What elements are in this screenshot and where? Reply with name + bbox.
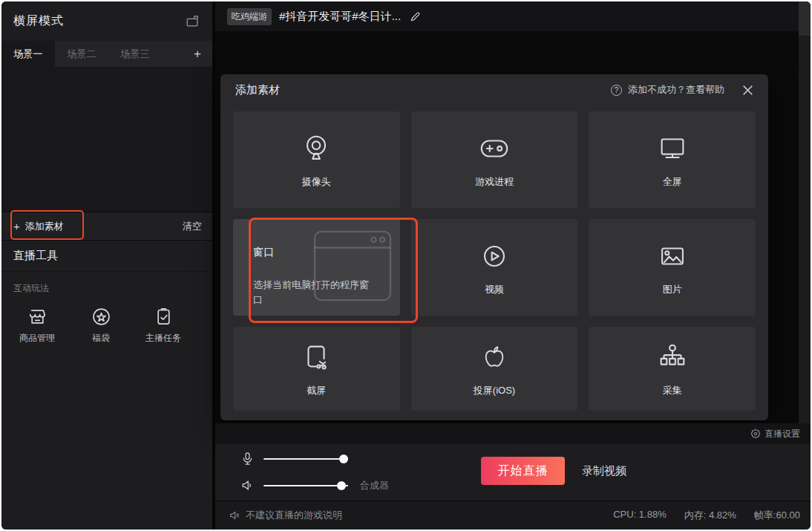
tool-label: 主播任务 xyxy=(145,332,181,345)
add-material-modal: 添加素材 ? 添加不成功？查看帮助 xyxy=(220,74,768,420)
control-bar: 合成器 开始直播 录制视频 xyxy=(215,444,811,501)
live-settings-label[interactable]: 直播设置 xyxy=(764,428,800,440)
game-category-badge[interactable]: 吃鸡端游 xyxy=(227,8,272,25)
help-icon: ? xyxy=(611,85,622,96)
apple-icon xyxy=(477,340,511,374)
scene-content-panel xyxy=(1,67,212,212)
add-material-label: 添加素材 xyxy=(25,220,64,233)
tile-label: 截屏 xyxy=(307,384,326,397)
gamepad-icon xyxy=(477,131,511,166)
tile-fullscreen[interactable]: 全屏 xyxy=(589,111,756,208)
anchor-task-icon xyxy=(154,307,174,327)
help-link[interactable]: 添加不成功？查看帮助 xyxy=(628,83,724,97)
speaker-volume-slider[interactable] xyxy=(263,485,348,486)
layout-mode-title: 横屏模式 xyxy=(13,13,64,29)
topbar: 吃鸡端游 #抖音开发哥哥#冬日计... xyxy=(215,1,811,31)
tile-label: 图片 xyxy=(663,283,682,296)
fullscreen-monitor-icon xyxy=(655,131,690,166)
speaker-icon[interactable] xyxy=(240,478,255,492)
window-tile-title: 窗口 xyxy=(253,246,274,259)
screenshot-icon xyxy=(299,340,333,374)
picture-icon xyxy=(655,239,690,273)
tool-row: 商品管理 福袋 主播任 xyxy=(1,295,212,345)
close-icon[interactable] xyxy=(742,85,753,96)
tile-picture[interactable]: 图片 xyxy=(589,219,756,316)
live-tools-title: 直播工具 xyxy=(1,241,212,272)
tab-scene-2[interactable]: 场景二 xyxy=(55,41,108,67)
add-scene-button[interactable]: + xyxy=(183,41,212,67)
tab-scene-3[interactable]: 场景三 xyxy=(108,41,162,67)
clear-button[interactable]: 清空 xyxy=(183,220,202,233)
interactive-play-label: 互动玩法 xyxy=(13,282,212,295)
scene-tabs: 场景一 场景二 场景三 + xyxy=(1,41,212,67)
memory-stat: 内存: 4.82% xyxy=(684,509,736,522)
tile-camera[interactable]: 摄像头 xyxy=(233,111,400,208)
tool-label: 商品管理 xyxy=(19,332,55,345)
tile-ios-mirror[interactable]: 投屏(iOS) xyxy=(411,327,578,411)
room-title: #抖音开发哥哥#冬日计... xyxy=(279,10,401,24)
tile-label: 投屏(iOS) xyxy=(474,384,515,397)
material-tile-grid: 摄像头 游戏进程 xyxy=(233,111,756,411)
tile-game-process[interactable]: 游戏进程 xyxy=(411,111,578,208)
performance-stats: CPU: 1.88% 内存: 4.82% 帧率:60.00 xyxy=(613,509,800,522)
live-studio-app: 横屏模式 场景一 场景二 场景三 + + 添加素材 清空 直播工具 互动玩法 xyxy=(1,1,811,530)
video-play-icon xyxy=(477,239,511,273)
tile-label: 视频 xyxy=(485,283,504,296)
camera-icon xyxy=(299,131,333,166)
add-material-button[interactable]: + 添加素材 xyxy=(13,220,64,233)
tile-label: 游戏进程 xyxy=(475,175,514,189)
tile-window[interactable]: 窗口 选择当前电脑打开的程序窗口 xyxy=(233,219,400,316)
tile-video[interactable]: 视频 xyxy=(411,219,578,316)
cpu-stat: CPU: 1.88% xyxy=(613,509,667,522)
speaker-slider-thumb[interactable] xyxy=(337,481,346,490)
window-icon xyxy=(312,229,393,302)
tile-label: 采集 xyxy=(663,384,682,397)
live-settings-row: 直播设置 xyxy=(215,423,811,444)
modal-title: 添加素材 xyxy=(235,83,280,97)
right-gutter xyxy=(799,36,811,423)
add-material-row: + 添加素材 清空 xyxy=(1,212,212,241)
main-area: 吃鸡端游 #抖音开发哥哥#冬日计... 添加素材 ? 添加不成功？查看帮助 xyxy=(215,1,811,530)
status-bar: 不建议直播的游戏说明 CPU: 1.88% 内存: 4.82% 帧率:60.00 xyxy=(215,501,811,530)
horn-icon xyxy=(229,509,240,521)
start-live-button[interactable]: 开始直播 xyxy=(481,457,565,485)
tile-capture[interactable]: 采集 xyxy=(589,327,756,411)
game-notice[interactable]: 不建议直播的游戏说明 xyxy=(229,509,342,522)
modal-header: 添加素材 ? 添加不成功？查看帮助 xyxy=(220,74,768,105)
sidebar: 横屏模式 场景一 场景二 场景三 + + 添加素材 清空 直播工具 互动玩法 xyxy=(1,1,212,530)
mixer-label: 合成器 xyxy=(360,479,389,492)
right-gutter-top xyxy=(799,1,811,36)
lucky-bag-icon xyxy=(91,307,111,327)
microphone-icon[interactable] xyxy=(240,452,255,466)
sidebar-header: 横屏模式 xyxy=(1,1,212,41)
edit-title-icon[interactable] xyxy=(410,11,421,22)
plus-icon: + xyxy=(13,221,20,232)
tab-scene-1[interactable]: 场景一 xyxy=(1,41,55,67)
tool-item-lucky-bag[interactable]: 福袋 xyxy=(79,307,123,345)
tool-item-goods-management[interactable]: 商品管理 xyxy=(13,307,61,345)
modal-help[interactable]: ? 添加不成功？查看帮助 xyxy=(611,83,753,97)
mic-volume-slider[interactable] xyxy=(263,458,348,460)
record-video-button[interactable]: 录制视频 xyxy=(582,464,626,478)
tile-label: 全屏 xyxy=(663,175,682,189)
capture-tree-icon xyxy=(655,340,690,374)
tile-label: 摄像头 xyxy=(302,175,331,189)
rotate-screen-icon[interactable] xyxy=(186,14,200,29)
gear-icon[interactable] xyxy=(750,429,761,439)
tool-item-anchor-task[interactable]: 主播任务 xyxy=(141,307,186,345)
fps-stat: 帧率:60.00 xyxy=(754,509,800,522)
speaker-volume-row: 合成器 xyxy=(240,478,389,492)
tile-screenshot[interactable]: 截屏 xyxy=(233,327,400,411)
mic-volume-row xyxy=(240,452,348,466)
tool-label: 福袋 xyxy=(92,332,110,345)
mic-slider-thumb[interactable] xyxy=(339,455,348,463)
store-icon xyxy=(27,307,48,327)
game-notice-label[interactable]: 不建议直播的游戏说明 xyxy=(246,509,342,522)
